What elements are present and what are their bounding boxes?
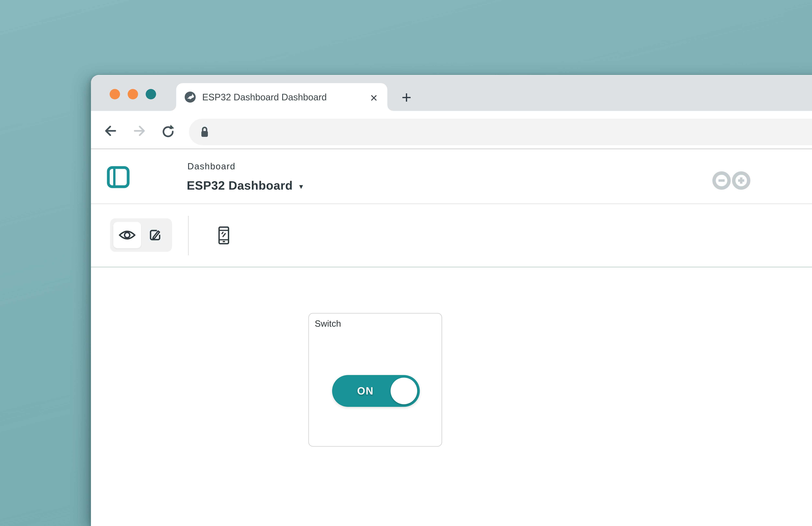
sidebar-layout-icon [107,166,130,188]
tab-title-wrap: ESP32 Dashboard Dashboard [202,83,363,111]
view-mode-button[interactable] [113,222,141,248]
toggle-knob [391,378,417,404]
tab-strip: ESP32 Dashboard Dashboard × + [91,75,812,111]
tab-title: ESP32 Dashboard Dashboard [202,92,327,102]
browser-toolbar [91,111,812,148]
back-button[interactable] [102,123,119,139]
dashboard-header: Dashboard ESP32 Dashboard ▾ [91,149,812,203]
switch-toggle[interactable]: ON [332,375,420,407]
globe-favicon-icon [184,91,196,103]
close-window-button[interactable] [110,89,120,99]
browser-tab[interactable]: ESP32 Dashboard Dashboard × [176,83,387,111]
mobile-phone-icon [218,227,229,244]
widget-label: Switch [315,318,341,329]
forward-arrow-icon [132,124,146,138]
dashboard-eyebrow-label: Dashboard [187,161,235,172]
toggle-state-label: ON [338,375,392,407]
reload-icon [161,124,175,138]
dashboard-title: ESP32 Dashboard [187,179,293,192]
browser-window: ESP32 Dashboard Dashboard × + [91,75,812,526]
switch-widget-card: Switch ON [308,313,442,447]
edit-pencil-icon [148,229,162,242]
dashboard-selector[interactable]: ESP32 Dashboard ▾ [187,179,303,192]
reload-button[interactable] [160,123,176,139]
fullscreen-window-button[interactable] [146,89,156,99]
chevron-down-icon: ▾ [299,180,303,191]
arduino-logo-icon [711,169,752,192]
dashboard-canvas: Switch ON [91,267,812,526]
dashboard-layout-button[interactable] [107,166,130,188]
address-bar[interactable] [189,119,812,145]
window-controls [110,89,156,99]
back-arrow-icon [103,124,118,138]
mode-toolbar-divider [188,216,189,255]
view-mode-toggle-group [110,218,172,252]
tab-close-button[interactable]: × [366,90,382,106]
forward-button[interactable] [131,123,147,139]
lock-icon [200,126,210,138]
desktop-background: ESP32 Dashboard Dashboard × + [0,0,812,526]
edit-mode-button[interactable] [141,222,169,248]
new-tab-button[interactable]: + [397,88,416,106]
mobile-view-button[interactable] [212,221,235,249]
mode-toolbar [91,204,812,266]
eye-icon [119,229,135,241]
minimize-window-button[interactable] [128,89,138,99]
